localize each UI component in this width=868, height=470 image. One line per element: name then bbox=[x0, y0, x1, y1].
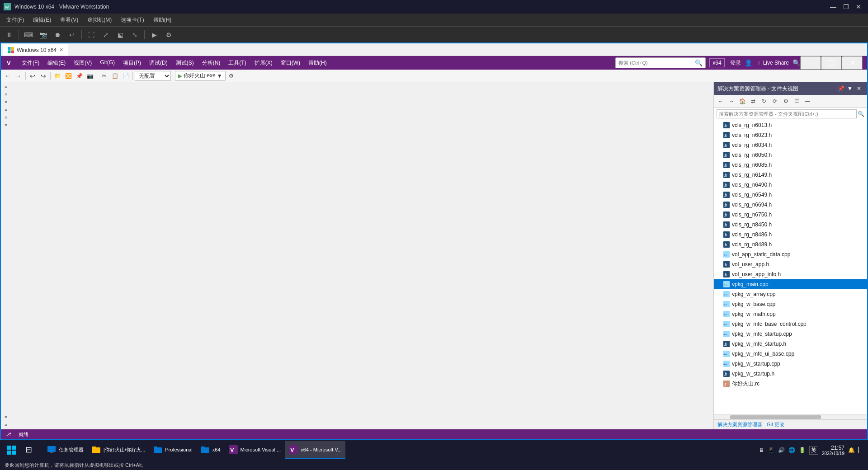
tray-battery-icon[interactable]: 🔋 bbox=[799, 447, 806, 453]
tray-notification-icon[interactable]: 🔔 bbox=[848, 447, 855, 453]
taskbar-start-btn[interactable] bbox=[2, 440, 22, 460]
sol-file-item[interactable]: .hvcls_rg_n6050.h bbox=[714, 150, 867, 160]
vmware-close-btn[interactable]: ✕ bbox=[853, 2, 864, 12]
vs-maximize-btn[interactable]: ❐ bbox=[821, 56, 842, 70]
sol-file-item[interactable]: .hvcls_rg_n8489.h bbox=[714, 240, 867, 249]
vs-menu-window[interactable]: 窗口(W) bbox=[277, 57, 304, 69]
vs-config-dropdown[interactable]: 无配置 bbox=[135, 71, 171, 81]
vs-menu-view[interactable]: 视图(V) bbox=[70, 57, 95, 69]
vs-tb-solution-explorer[interactable]: 📁 bbox=[52, 71, 62, 81]
vmware-minimize-btn[interactable]: — bbox=[827, 2, 839, 12]
vs-menu-git[interactable]: Git(G) bbox=[96, 57, 118, 69]
sol-file-item[interactable]: .hvcls_rg_n6149.h bbox=[714, 170, 867, 180]
tray-speaker-icon[interactable]: 🔊 bbox=[778, 447, 785, 453]
vs-menu-test[interactable]: 测试(S) bbox=[172, 57, 198, 69]
vs-tb-forward[interactable]: → bbox=[14, 71, 24, 81]
sol-file-item[interactable]: .hvcls_rg_n6549.h bbox=[714, 190, 867, 200]
sol-file-item[interactable]: .hvcls_rg_n8486.h bbox=[714, 230, 867, 240]
sol-tb-back[interactable]: ← bbox=[716, 96, 726, 106]
vmware-share-btn[interactable]: ⬕ bbox=[114, 28, 127, 41]
sol-file-item[interactable]: .hvcls_rg_n6034.h bbox=[714, 140, 867, 150]
sol-tb-settings[interactable]: — bbox=[802, 96, 812, 106]
sol-file-item[interactable]: .hvcls_rg_n8450.h bbox=[714, 220, 867, 230]
vs-login-icon[interactable]: 👤 bbox=[745, 59, 752, 66]
vs-tb-undo[interactable]: ↩ bbox=[28, 71, 38, 81]
vmware-menu-view[interactable]: 查看(V) bbox=[56, 14, 83, 26]
vmware-menu-edit[interactable]: 编辑(E) bbox=[28, 14, 56, 26]
sol-file-item[interactable]: .hvcls_rg_n6085.h bbox=[714, 160, 867, 170]
tray-lang-indicator[interactable]: 英 bbox=[809, 446, 818, 455]
sol-file-item[interactable]: ++vpkg_w_array.cpp bbox=[714, 289, 867, 299]
vs-tb-copy[interactable]: 📋 bbox=[110, 71, 120, 81]
vs-menu-analyze[interactable]: 分析(N) bbox=[198, 57, 224, 69]
tray-network2-icon[interactable]: 🌐 bbox=[788, 447, 795, 453]
sol-close-btn[interactable]: ✕ bbox=[854, 84, 863, 93]
sol-footer-solution-link[interactable]: 解决方案资源管理器 bbox=[717, 421, 762, 428]
sol-file-item[interactable]: .r你好火山.rc bbox=[714, 379, 867, 389]
vmware-pause-btn[interactable]: ⏸ bbox=[3, 28, 15, 41]
vs-search-input[interactable] bbox=[618, 60, 695, 66]
taskbar-app-0[interactable]: 任务管理器 bbox=[43, 441, 87, 459]
sol-tb-forward[interactable]: → bbox=[726, 96, 736, 106]
vs-liveshare-label[interactable]: Live Share bbox=[763, 60, 789, 66]
vs-tb-git[interactable]: 🔀 bbox=[63, 71, 73, 81]
tray-tablet-icon[interactable]: 📱 bbox=[768, 447, 774, 453]
sol-tb-filter[interactable]: ⚙ bbox=[781, 96, 791, 106]
hscroll-thumb[interactable] bbox=[730, 415, 821, 419]
solution-explorer-search-input[interactable] bbox=[717, 109, 857, 118]
vs-tb-camera[interactable]: 📷 bbox=[85, 71, 95, 81]
sol-file-item[interactable]: .hvcls_rg_n6013.h bbox=[714, 120, 867, 130]
sol-file-item[interactable]: ++vpkg_w_mfc_startup.cpp bbox=[714, 329, 867, 339]
vmware-stretch-btn[interactable]: ⤡ bbox=[128, 28, 141, 41]
taskbar-task-view[interactable]: ⊟ bbox=[22, 441, 42, 459]
vs-tab-close-icon[interactable]: ✕ bbox=[59, 47, 63, 53]
vs-tb-paste[interactable]: 📄 bbox=[121, 71, 131, 81]
sol-tb-switch[interactable]: ⇄ bbox=[748, 96, 758, 106]
vmware-vm-settings-btn[interactable]: ▶ bbox=[148, 28, 160, 41]
sol-file-item[interactable]: .hvol_user_app.h bbox=[714, 259, 867, 269]
vs-menu-file[interactable]: 文件(F) bbox=[18, 57, 43, 69]
vmware-send-ctrl-btn[interactable]: ⌨ bbox=[22, 28, 35, 41]
vs-tb-options[interactable]: ⚙ bbox=[226, 71, 236, 81]
vmware-record-btn[interactable]: ⏺ bbox=[51, 28, 64, 41]
vs-menu-tools[interactable]: 工具(T) bbox=[225, 57, 250, 69]
vs-menu-help[interactable]: 帮助(H) bbox=[305, 57, 330, 69]
solution-explorer-search-icon[interactable]: 🔍 bbox=[858, 111, 864, 117]
taskbar-app-5[interactable]: Vx64 - Microsoft V... bbox=[285, 441, 345, 459]
sol-file-item[interactable]: ++vpkg_main.cpp bbox=[714, 279, 867, 289]
vmware-screenshot-btn[interactable]: 📷 bbox=[37, 28, 49, 41]
vs-tb-pin[interactable]: 📌 bbox=[74, 71, 84, 81]
sol-dropdown-btn[interactable]: ▼ bbox=[845, 84, 854, 93]
tray-show-desktop-btn[interactable]: ▏ bbox=[859, 447, 863, 453]
vs-tab-win10[interactable]: Windows 10 x64 ✕ bbox=[3, 44, 68, 56]
taskbar-clock[interactable]: 21:57 2022/10/19 bbox=[822, 445, 844, 456]
vs-tb-cut[interactable]: ✂ bbox=[99, 71, 109, 81]
vs-menu-edit[interactable]: 编辑(E) bbox=[44, 57, 69, 69]
vmware-fit-btn[interactable]: ⛶ bbox=[85, 28, 98, 41]
sol-tb-refresh[interactable]: ↻ bbox=[759, 96, 769, 106]
vs-run-dropdown-icon[interactable]: ▼ bbox=[217, 73, 222, 79]
sol-file-item[interactable]: .hvcls_rg_n6694.h bbox=[714, 200, 867, 210]
vs-tb-redo[interactable]: ↪ bbox=[38, 71, 48, 81]
sol-tb-collapse[interactable]: ☰ bbox=[792, 96, 802, 106]
vs-search-icon-2[interactable]: 🔍 bbox=[793, 59, 800, 66]
sol-tb-sync[interactable]: ⟳ bbox=[770, 96, 780, 106]
vmware-maximize-btn[interactable]: ❐ bbox=[840, 2, 852, 12]
vmware-menu-file[interactable]: 文件(F) bbox=[2, 14, 28, 26]
vs-menu-project[interactable]: 项目(P) bbox=[119, 57, 145, 69]
vmware-menu-vm[interactable]: 虚拟机(M) bbox=[83, 14, 116, 26]
sol-file-item[interactable]: ++vpkg_w_math.cpp bbox=[714, 309, 867, 319]
vmware-revert-btn[interactable]: ↩ bbox=[66, 28, 78, 41]
tray-network-icon[interactable]: 🖥 bbox=[759, 447, 764, 453]
vs-minimize-btn[interactable]: — bbox=[800, 56, 821, 70]
sol-file-item[interactable]: .hvcls_rg_n6750.h bbox=[714, 210, 867, 220]
sol-file-item[interactable]: .hvcls_rg_n6023.h bbox=[714, 130, 867, 140]
taskbar-app-1[interactable]: [你好火山/你好火... bbox=[88, 441, 149, 459]
vs-search-box[interactable]: 🔍 bbox=[615, 57, 706, 68]
taskbar-app-4[interactable]: VMicrosoft Visual ... bbox=[225, 441, 285, 459]
sol-file-item[interactable]: ++vpkg_w_mfc_base_control.cpp bbox=[714, 319, 867, 329]
vs-close-btn[interactable]: ✕ bbox=[842, 56, 863, 70]
sol-file-item[interactable]: .hvol_user_app_info.h bbox=[714, 269, 867, 279]
sol-tb-home[interactable]: 🏠 bbox=[737, 96, 747, 106]
vmware-option-btn[interactable]: ⚙ bbox=[162, 28, 175, 41]
